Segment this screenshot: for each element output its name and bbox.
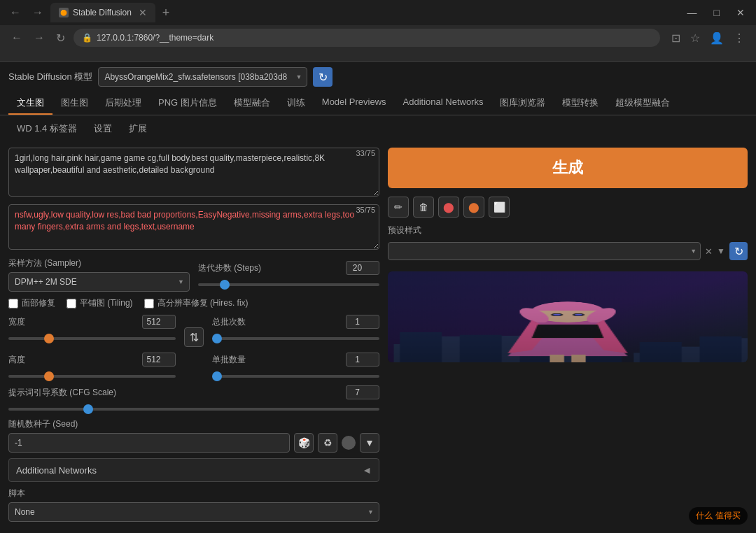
script-label: 脚本 (8, 488, 379, 499)
positive-prompt-wrap: 33/75 (8, 148, 379, 199)
tiling-label: 平铺图 (Tiling) (80, 297, 133, 309)
tab-favicon: 🟠 (59, 8, 69, 17)
tab-additional-networks[interactable]: Additional Networks (395, 92, 492, 115)
positive-counter: 33/75 (356, 149, 375, 157)
total-batch-section: 总批次数 (212, 315, 379, 342)
seed-extra-btn[interactable]: ▼ (360, 433, 379, 453)
tab-model-previews[interactable]: Model Previews (314, 92, 395, 115)
app-body: Stable Diffusion 模型 AbyssOrangeMix2_sfw.… (0, 62, 756, 533)
tab-postprocess[interactable]: 后期处理 (97, 92, 150, 115)
left-panel: 33/75 35/75 采样方法 (Sampler) DPM++ 2M SDE … (8, 148, 379, 527)
negative-prompt-input[interactable] (8, 204, 379, 250)
seed-dice-btn[interactable]: 🎲 (294, 433, 314, 453)
model-bar: Stable Diffusion 模型 AbyssOrangeMix2_sfw.… (0, 62, 756, 90)
tab-close-btn[interactable]: ✕ (139, 7, 147, 18)
watermark-prefix: 什么 (696, 510, 713, 522)
menu-btn[interactable]: ⋮ (731, 30, 748, 46)
cfg-label: 提示词引导系数 (CFG Scale) (8, 387, 116, 399)
preview-canvas (388, 271, 748, 362)
single-batch-input[interactable] (346, 353, 379, 367)
tab-extensions[interactable]: 扩展 (120, 118, 155, 141)
seed-color-btn[interactable] (342, 436, 356, 450)
watermark: 什么 值得买 (689, 507, 748, 525)
total-batch-slider[interactable] (212, 337, 379, 340)
main-nav-tabs: 文生图 图生图 后期处理 PNG 图片信息 模型融合 训练 Model Prev… (0, 90, 756, 115)
model-select[interactable]: AbyssOrangeMix2_sfw.safetensors [038ba20… (98, 67, 307, 87)
hires-fix-input[interactable] (144, 299, 154, 308)
preset-separator: ▼ (717, 246, 725, 256)
tab-bar: ← → 🟠 Stable Diffusion ✕ + — □ ✕ (0, 0, 756, 25)
height-input[interactable] (142, 353, 176, 367)
tool-pencil-btn[interactable]: ✏ (388, 197, 409, 218)
generate-btn[interactable]: 生成 (388, 148, 748, 188)
tab-model-merge[interactable]: 模型融合 (225, 92, 279, 115)
seed-input[interactable] (8, 433, 290, 453)
steps-slider[interactable] (198, 283, 379, 286)
tiling-input[interactable] (66, 299, 76, 308)
browser-tab[interactable]: 🟠 Stable Diffusion ✕ (50, 3, 155, 22)
tool-color3-btn[interactable]: ⬜ (489, 197, 510, 218)
cfg-section: 提示词引导系数 (CFG Scale) (8, 385, 379, 413)
script-select[interactable]: None X/Y/Z plot Prompt matrix (8, 502, 379, 522)
single-batch-section: 单批数量 (212, 353, 379, 380)
tab-super-merge[interactable]: 超级模型融合 (607, 92, 678, 115)
new-tab-btn[interactable]: + (158, 6, 174, 20)
preset-save-btn[interactable]: ↻ (729, 242, 748, 260)
close-btn[interactable]: ✕ (731, 6, 750, 20)
width-input[interactable] (142, 315, 176, 329)
single-batch-slider[interactable] (212, 375, 379, 378)
forward-btn[interactable]: → (31, 30, 48, 45)
height-slider[interactable] (8, 375, 176, 378)
tiling-check[interactable]: 平铺图 (Tiling) (66, 297, 133, 309)
preset-clear-btn[interactable]: ✕ (705, 246, 713, 257)
seed-recycle-btn[interactable]: ♻ (318, 433, 337, 453)
watermark-text: 值得买 (715, 510, 741, 522)
width-label: 宽度 (8, 316, 25, 328)
height-label: 高度 (8, 354, 25, 366)
nav-forward-btn[interactable]: → (28, 3, 48, 22)
tab-wd14[interactable]: WD 1.4 标签器 (8, 118, 85, 141)
seed-section: 随机数种子 (Seed) 🎲 ♻ ▼ (8, 418, 379, 453)
tab-gallery[interactable]: 图库浏览器 (491, 92, 554, 115)
tool-trash-btn[interactable]: 🗑 (413, 197, 434, 218)
cfg-input[interactable] (346, 385, 379, 399)
back-btn[interactable]: ← (8, 30, 25, 45)
browser-chrome: ← → 🟠 Stable Diffusion ✕ + — □ ✕ ← → ↻ 🔒… (0, 0, 756, 62)
steps-input[interactable] (346, 261, 379, 275)
height-section: 高度 (8, 353, 176, 380)
seed-label: 随机数种子 (Seed) (8, 418, 379, 430)
tab-png-info[interactable]: PNG 图片信息 (150, 92, 225, 115)
width-slider[interactable] (8, 337, 176, 340)
positive-prompt-input[interactable] (8, 148, 379, 197)
width-section: 宽度 (8, 315, 176, 342)
face-repair-label: 面部修复 (22, 297, 55, 309)
bookmark-btn[interactable]: ☆ (687, 30, 703, 46)
sampler-select[interactable]: DPM++ 2M SDE Euler a Euler DDIM (8, 272, 190, 292)
maximize-btn[interactable]: □ (708, 6, 725, 20)
nav-back-btn[interactable]: ← (6, 3, 25, 22)
face-repair-check[interactable]: 面部修复 (8, 297, 55, 309)
tab-train[interactable]: 训练 (279, 92, 314, 115)
face-repair-input[interactable] (8, 299, 18, 308)
address-bar: ← → ↻ 🔒 127.0.0.1:7860/?__theme=dark ⊡ ☆… (0, 25, 756, 50)
sampler-label: 采样方法 (Sampler) (8, 257, 190, 269)
cfg-slider[interactable] (8, 408, 379, 411)
refresh-btn[interactable]: ↻ (53, 30, 68, 46)
additional-networks-section[interactable]: Additional Networks ◄ (8, 458, 379, 482)
tool-color2-btn[interactable]: ⬤ (463, 197, 484, 218)
swap-size-btn[interactable]: ⇅ (184, 327, 204, 347)
model-refresh-btn[interactable]: ↻ (313, 67, 332, 87)
hires-fix-check[interactable]: 高分辨率修复 (Hires. fix) (144, 297, 248, 309)
account-btn[interactable]: 👤 (707, 30, 727, 46)
url-bar[interactable]: 🔒 127.0.0.1:7860/?__theme=dark (74, 29, 660, 47)
minimize-btn[interactable]: — (682, 6, 703, 20)
tab-model-convert[interactable]: 模型转换 (554, 92, 607, 115)
total-batch-input[interactable] (346, 315, 379, 329)
preset-select[interactable] (388, 242, 701, 260)
cast-btn[interactable]: ⊡ (668, 30, 683, 46)
tool-color1-btn[interactable]: ⬤ (438, 197, 459, 218)
tab-settings[interactable]: 设置 (85, 118, 120, 141)
tab-img2img[interactable]: 图生图 (52, 92, 97, 115)
script-section: 脚本 None X/Y/Z plot Prompt matrix (8, 488, 379, 522)
tab-txt2img[interactable]: 文生图 (8, 92, 52, 115)
